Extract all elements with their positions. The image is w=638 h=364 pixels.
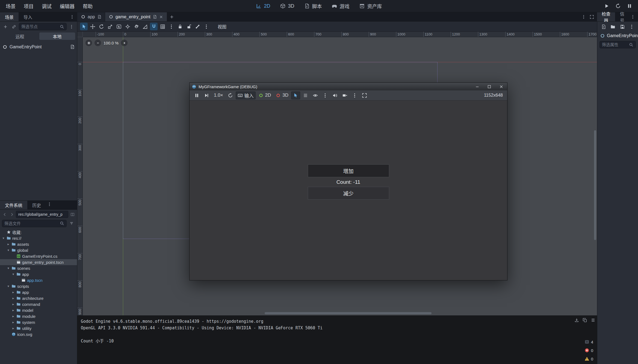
rotate-tool-button[interactable] <box>98 23 105 30</box>
expand-arrow-icon[interactable] <box>11 272 15 276</box>
scene-tree-options-button[interactable] <box>68 23 75 30</box>
menu-item[interactable]: 帮助 <box>79 0 97 12</box>
pause-button[interactable] <box>625 2 634 10</box>
filter-properties-input[interactable] <box>602 42 627 47</box>
selection-options-button[interactable] <box>321 91 330 99</box>
pick-node-button[interactable] <box>291 91 300 99</box>
workspace-script-button[interactable]: 脚本 <box>304 2 322 10</box>
more-options-button[interactable] <box>202 23 210 30</box>
add-node-button[interactable] <box>2 23 9 30</box>
ruler-tool-button[interactable] <box>141 23 149 30</box>
local-tab-button[interactable]: 本地 <box>39 32 75 40</box>
camera-override-button[interactable] <box>340 91 349 99</box>
game-window-titlebar[interactable]: MyGFrameworkGame (DEBUG) <box>190 83 507 90</box>
tab-filesystem[interactable]: 文件系统 <box>0 201 27 209</box>
grid-snap-button[interactable] <box>159 23 166 30</box>
menu-item[interactable]: 调试 <box>38 0 56 12</box>
scene-tabs-menu-button[interactable] <box>580 13 587 20</box>
resource-options-button[interactable] <box>628 23 636 30</box>
zoom-in-button[interactable] <box>121 40 128 46</box>
visibility-button[interactable] <box>311 91 320 99</box>
restart-button[interactable] <box>614 2 622 10</box>
camera-3d-button[interactable]: 3D <box>274 91 290 99</box>
fs-folder-model[interactable]: model <box>0 307 77 313</box>
expand-arrow-icon[interactable] <box>7 248 10 252</box>
save-log-button[interactable] <box>573 317 580 323</box>
save-resource-button[interactable] <box>619 23 626 30</box>
minimize-button[interactable] <box>471 83 483 90</box>
expand-arrow-icon[interactable] <box>11 302 15 306</box>
collapse-duplicates-button[interactable] <box>590 317 596 323</box>
lock-selection-button[interactable] <box>176 23 184 30</box>
increase-button[interactable]: 增加 <box>308 164 389 177</box>
inspector-dock-menu-button[interactable] <box>629 13 636 20</box>
fs-folder-command[interactable]: command <box>0 301 77 307</box>
new-resource-button[interactable] <box>600 23 607 30</box>
maximize-button[interactable] <box>483 83 495 90</box>
fs-file-icon-svg[interactable]: icon.svg <box>0 331 77 337</box>
workspace-game-button[interactable]: 游戏 <box>332 2 350 10</box>
copy-log-button[interactable] <box>581 317 588 323</box>
history-back-button[interactable] <box>2 211 8 217</box>
expand-arrow-icon[interactable] <box>7 284 10 288</box>
smart-snap-button[interactable] <box>150 23 158 30</box>
camera-2d-button[interactable]: 2D <box>256 91 273 99</box>
next-frame-button[interactable] <box>202 91 211 99</box>
camera-options-button[interactable] <box>350 91 359 99</box>
fs-folder-scripts[interactable]: scripts <box>0 283 77 289</box>
fs-folder-scenes[interactable]: scenes <box>0 265 77 271</box>
fs-folder-scripts-app[interactable]: app <box>0 289 77 295</box>
expand-arrow-icon[interactable] <box>11 320 15 324</box>
menu-item[interactable]: 编辑器 <box>56 0 79 12</box>
message-count-badge[interactable]: 4 <box>584 339 593 344</box>
expand-arrow-icon[interactable] <box>11 296 15 300</box>
fs-res-root[interactable]: res:// <box>0 235 77 241</box>
center-view-button[interactable] <box>85 40 92 46</box>
audio-mute-button[interactable] <box>330 91 339 99</box>
instance-scene-button[interactable] <box>10 23 17 30</box>
expand-arrow-icon[interactable] <box>7 242 10 246</box>
script-icon[interactable] <box>97 15 101 19</box>
menu-item[interactable]: 场景 <box>2 0 20 12</box>
vertical-scrollbar[interactable] <box>594 130 596 240</box>
play-button[interactable] <box>602 2 611 10</box>
expand-arrow-icon[interactable] <box>2 236 5 240</box>
scene-tab-app[interactable]: app <box>77 12 105 21</box>
fs-folder-system[interactable]: system <box>0 319 77 325</box>
skeleton-options-button[interactable] <box>194 23 201 30</box>
move-tool-button[interactable] <box>89 23 96 30</box>
load-resource-button[interactable] <box>610 23 617 30</box>
workspace-3d-button[interactable]: 3D <box>280 3 294 9</box>
current-path[interactable]: res://global/game_entry_p <box>16 211 68 218</box>
snap-options-button[interactable] <box>167 23 175 30</box>
fs-favorites[interactable]: 收藏: <box>0 229 77 235</box>
fs-file-app-tscn[interactable]: app.tscn <box>0 277 77 283</box>
expand-arrow-icon[interactable] <box>7 266 10 270</box>
toggle-split-mode-button[interactable] <box>69 211 75 217</box>
tab-inspector[interactable]: 检查器 <box>597 12 615 21</box>
fs-folder-app[interactable]: app <box>0 271 77 277</box>
menu-item[interactable]: 项目 <box>20 0 38 12</box>
horizontal-scrollbar[interactable] <box>265 312 432 314</box>
zoom-level-label[interactable]: 100.0 % <box>104 41 119 45</box>
close-tab-icon[interactable] <box>159 15 163 19</box>
scene-tab-game-entry-point[interactable]: game_entry_point <box>105 12 167 21</box>
remote-tab-button[interactable]: 远程 <box>2 32 38 40</box>
filter-nodes-input[interactable] <box>21 24 58 29</box>
select-tool-button[interactable] <box>80 23 88 30</box>
warning-count-badge[interactable]: 0 <box>584 356 593 361</box>
tab-scene[interactable]: 场景 <box>0 12 19 21</box>
zoom-out-button[interactable] <box>94 40 101 46</box>
fs-folder-utility[interactable]: utility <box>0 325 77 331</box>
close-window-button[interactable] <box>495 83 507 90</box>
unlock-selection-button[interactable] <box>185 23 193 30</box>
scene-dock-menu-button[interactable] <box>69 13 76 20</box>
error-count-badge[interactable]: 0 <box>584 348 593 353</box>
fs-file-gameentrypoint-cs[interactable]: C# GameEntryPoint.cs <box>0 253 77 259</box>
decrease-button[interactable]: 减少 <box>308 187 389 200</box>
expand-arrow-icon[interactable] <box>11 290 15 294</box>
workspace-assetlib-button[interactable]: 资产库 <box>359 2 382 10</box>
fs-folder-module[interactable]: module <box>0 313 77 319</box>
expand-arrow-icon[interactable] <box>11 326 15 330</box>
suspend-game-button[interactable] <box>192 91 201 99</box>
